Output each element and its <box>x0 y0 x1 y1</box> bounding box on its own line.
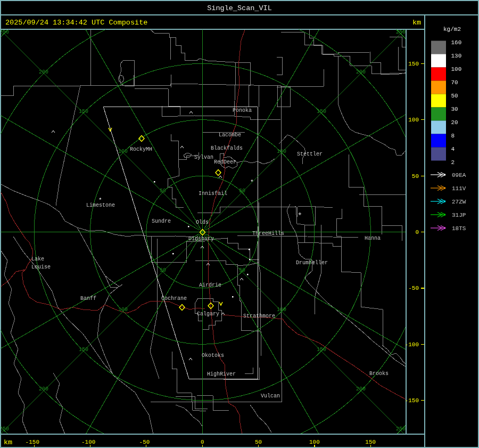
svg-text:250: 250 <box>396 29 406 35</box>
svg-text:-50: -50 <box>139 439 150 445</box>
svg-text:100: 100 <box>277 149 286 154</box>
svg-text:100: 100 <box>277 307 286 313</box>
svg-text:50: 50 <box>160 267 166 273</box>
svg-text:50: 50 <box>239 267 245 273</box>
svg-text:100: 100 <box>309 439 320 445</box>
svg-text:150: 150 <box>365 439 376 445</box>
svg-text:Olds: Olds <box>196 219 209 225</box>
svg-text:*: * <box>250 179 254 185</box>
svg-text:Louise: Louise <box>31 264 51 270</box>
svg-text:2: 2 <box>451 159 455 166</box>
svg-text:111V: 111V <box>452 185 466 192</box>
svg-text:18TS: 18TS <box>452 225 466 232</box>
svg-text:km: km <box>412 19 421 27</box>
svg-text:Airdrie: Airdrie <box>199 282 221 288</box>
svg-text:Sundre: Sundre <box>152 218 171 224</box>
svg-text:150: 150 <box>79 347 88 353</box>
svg-text:250: 250 <box>0 29 9 35</box>
svg-text:200: 200 <box>39 69 48 75</box>
svg-text:Single_Scan_VIL: Single_Scan_VIL <box>207 4 272 12</box>
svg-text:+: + <box>298 211 302 217</box>
svg-text:27ZW: 27ZW <box>452 199 466 205</box>
svg-text:Okotoks: Okotoks <box>202 353 224 359</box>
svg-text:RedDeer: RedDeer <box>214 159 236 165</box>
svg-text:2025/09/24 13:34:42 UTC Compos: 2025/09/24 13:34:42 UTC Composite <box>5 19 147 27</box>
svg-text:Ponoka: Ponoka <box>233 108 252 113</box>
svg-text:Strathmore: Strathmore <box>243 313 275 319</box>
svg-text:50: 50 <box>239 188 245 194</box>
svg-text:-100: -100 <box>81 439 95 445</box>
svg-text:-50: -50 <box>408 285 419 291</box>
svg-text:Didsbury: Didsbury <box>188 236 214 242</box>
svg-text:HighRiver: HighRiver <box>207 371 236 377</box>
svg-text:50: 50 <box>451 93 458 99</box>
svg-text:150: 150 <box>408 61 419 67</box>
svg-text:Banff: Banff <box>80 296 96 302</box>
svg-text:Drumheller: Drumheller <box>296 260 328 266</box>
svg-text:4: 4 <box>451 146 455 152</box>
svg-text:RockyMH: RockyMH <box>130 146 152 152</box>
svg-text:Hanna: Hanna <box>365 235 381 241</box>
svg-text:Blackfalds: Blackfalds <box>211 145 243 151</box>
svg-text:150: 150 <box>317 109 326 115</box>
svg-text:Stettler: Stettler <box>297 151 323 157</box>
svg-text:-150: -150 <box>26 439 39 445</box>
svg-text:0: 0 <box>201 439 204 445</box>
svg-text:20: 20 <box>451 119 458 126</box>
svg-text:ThreeHills: ThreeHills <box>252 231 284 237</box>
svg-text:200: 200 <box>39 386 48 392</box>
svg-text:Calgary: Calgary <box>197 311 219 317</box>
svg-text:100: 100 <box>408 117 419 123</box>
svg-text:Vulcan: Vulcan <box>261 393 280 399</box>
svg-text:Limestone: Limestone <box>86 202 115 208</box>
svg-text:70: 70 <box>451 79 458 86</box>
svg-text:8: 8 <box>451 133 455 139</box>
svg-text:Brooks: Brooks <box>369 371 389 377</box>
svg-text:km: km <box>4 438 12 446</box>
svg-text:09EA: 09EA <box>452 172 466 178</box>
svg-text:200: 200 <box>356 386 366 392</box>
svg-text:100: 100 <box>451 66 462 72</box>
svg-text:31JP: 31JP <box>452 212 466 218</box>
svg-text:Lacombe: Lacombe <box>219 132 241 138</box>
svg-text:Cochrane: Cochrane <box>161 296 187 302</box>
svg-text:30: 30 <box>451 106 458 112</box>
svg-text:kg/m2: kg/m2 <box>443 26 461 32</box>
svg-text:160: 160 <box>451 39 462 46</box>
svg-text:250: 250 <box>396 426 406 432</box>
svg-text:200: 200 <box>356 69 366 75</box>
svg-text:100: 100 <box>118 307 128 313</box>
svg-text:Innisfail: Innisfail <box>199 191 227 197</box>
svg-text:50: 50 <box>255 439 262 445</box>
svg-text:50: 50 <box>160 188 166 194</box>
svg-text:150: 150 <box>317 347 326 353</box>
svg-text:250: 250 <box>0 426 9 432</box>
svg-text:50: 50 <box>412 173 419 180</box>
svg-text:Lake: Lake <box>31 256 44 262</box>
svg-text:-150: -150 <box>405 397 419 404</box>
svg-text:150: 150 <box>79 109 88 115</box>
svg-text:100: 100 <box>118 149 128 154</box>
svg-text:0: 0 <box>415 229 419 235</box>
svg-text:Sylvan: Sylvan <box>194 154 213 160</box>
svg-text:130: 130 <box>451 53 462 59</box>
svg-text:-100: -100 <box>405 341 419 348</box>
